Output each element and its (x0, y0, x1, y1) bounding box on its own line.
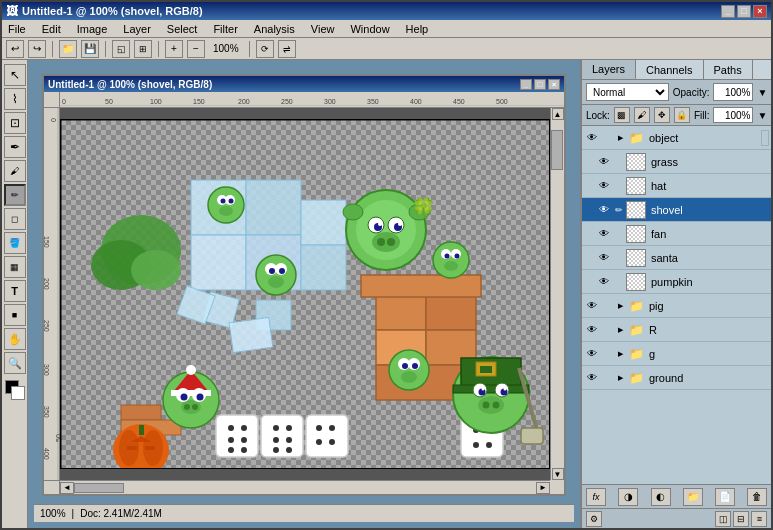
fill-arrow[interactable]: ▼ (757, 110, 767, 121)
svg-point-110 (444, 261, 458, 271)
layer-adjustment-button[interactable]: ◐ (651, 488, 671, 506)
menu-view[interactable]: View (309, 23, 337, 35)
scroll-thumb-v[interactable] (551, 130, 563, 170)
eraser-tool[interactable]: ◻ (4, 208, 26, 230)
close-button[interactable]: × (753, 5, 767, 18)
eyedropper-tool[interactable]: ✒ (4, 136, 26, 158)
layer-item-pumpkin[interactable]: 👁 pumpkin (582, 270, 771, 294)
layer-item-santa[interactable]: 👁 santa (582, 246, 771, 270)
layer-item-shovel[interactable]: 👁 ✏ shovel (582, 198, 771, 222)
maximize-button[interactable]: □ (737, 5, 751, 18)
layer-item-fan[interactable]: 👁 fan (582, 222, 771, 246)
canvas-viewport[interactable]: 🍀 (60, 108, 550, 480)
crop-tool[interactable]: ⊡ (4, 112, 26, 134)
svg-rect-35 (376, 295, 426, 330)
lock-all-button[interactable]: 🔒 (674, 107, 690, 123)
layer-expand-g[interactable]: ▶ (614, 346, 626, 362)
save-button[interactable]: 💾 (81, 40, 99, 58)
lock-pixels-button[interactable]: 🖌 (634, 107, 650, 123)
hand-tool[interactable]: ✋ (4, 328, 26, 350)
scroll-right-button[interactable]: ► (536, 482, 550, 494)
layer-visibility-object[interactable]: 👁 (584, 130, 600, 146)
zoom-tool[interactable]: 🔍 (4, 352, 26, 374)
redo-button[interactable]: ↪ (28, 40, 46, 58)
layer-visibility-pumpkin[interactable]: 👁 (596, 274, 612, 290)
layer-delete-button[interactable]: 🗑 (747, 488, 767, 506)
layer-item-ground[interactable]: 👁 ▶ 📁 ground (582, 366, 771, 390)
lock-label: Lock: (586, 110, 610, 121)
shape-tool[interactable]: ■ (4, 304, 26, 326)
layer-visibility-hat[interactable]: 👁 (596, 178, 612, 194)
tab-paths[interactable]: Paths (704, 60, 753, 79)
layer-expand-ground[interactable]: ▶ (614, 370, 626, 386)
gradient-tool[interactable]: ▦ (4, 256, 26, 278)
menu-layer[interactable]: Layer (121, 23, 153, 35)
layer-visibility-grass[interactable]: 👁 (596, 154, 612, 170)
menu-select[interactable]: Select (165, 23, 200, 35)
zoom-out-button[interactable]: − (187, 40, 205, 58)
layer-expand-object[interactable]: ▶ (614, 130, 626, 146)
layer-group-button[interactable]: 📁 (683, 488, 703, 506)
vertical-scrollbar[interactable]: ▲ ▼ (550, 108, 564, 480)
menu-help[interactable]: Help (404, 23, 431, 35)
flip-button[interactable]: ⇌ (278, 40, 296, 58)
menu-file[interactable]: File (6, 23, 28, 35)
arrange-button[interactable]: ⊞ (134, 40, 152, 58)
menu-window[interactable]: Window (348, 23, 391, 35)
rotate-button[interactable]: ⟳ (256, 40, 274, 58)
menu-image[interactable]: Image (75, 23, 110, 35)
zoom-in-button[interactable]: + (165, 40, 183, 58)
menu-edit[interactable]: Edit (40, 23, 63, 35)
scroll-down-button[interactable]: ▼ (552, 468, 564, 480)
open-button[interactable]: 📁 (59, 40, 77, 58)
fill-input[interactable] (713, 107, 753, 123)
layer-item-grass[interactable]: 👁 grass (582, 150, 771, 174)
undo-button[interactable]: ↩ (6, 40, 24, 58)
layer-item-pig[interactable]: 👁 ▶ 📁 pig (582, 294, 771, 318)
layer-item-g[interactable]: 👁 ▶ 📁 g (582, 342, 771, 366)
tab-layers[interactable]: Layers (582, 60, 636, 79)
scroll-up-button[interactable]: ▲ (552, 108, 564, 120)
pencil-tool[interactable]: ✏ (4, 184, 26, 206)
layer-visibility-pig[interactable]: 👁 (584, 298, 600, 314)
minimize-button[interactable]: _ (721, 5, 735, 18)
layer-fx-button[interactable]: fx (586, 488, 606, 506)
horizontal-scrollbar[interactable]: ◄ ► (60, 480, 550, 494)
lock-position-button[interactable]: ✥ (654, 107, 670, 123)
menu-analysis[interactable]: Analysis (252, 23, 297, 35)
paint-bucket-tool[interactable]: 🪣 (4, 232, 26, 254)
layer-expand-R[interactable]: ▶ (614, 322, 626, 338)
canvas-close[interactable]: × (548, 79, 560, 90)
scroll-thumb-h[interactable] (74, 483, 124, 493)
layer-visibility-R[interactable]: 👁 (584, 322, 600, 338)
menu-filter[interactable]: Filter (211, 23, 239, 35)
scroll-left-button[interactable]: ◄ (60, 482, 74, 494)
layer-visibility-shovel[interactable]: 👁 (596, 202, 612, 218)
layer-new-button[interactable]: 📄 (715, 488, 735, 506)
content-aware-button[interactable]: ◱ (112, 40, 130, 58)
layer-visibility-santa[interactable]: 👁 (596, 250, 612, 266)
opacity-arrow[interactable]: ▼ (757, 87, 767, 98)
canvas-maximize[interactable]: □ (534, 79, 546, 90)
panel-view-btn-2[interactable]: ⊟ (733, 511, 749, 527)
brush-tool[interactable]: 🖌 (4, 160, 26, 182)
tab-channels[interactable]: Channels (636, 60, 703, 79)
panel-view-btn-3[interactable]: ≡ (751, 511, 767, 527)
layer-visibility-ground[interactable]: 👁 (584, 370, 600, 386)
layer-item-R[interactable]: 👁 ▶ 📁 R (582, 318, 771, 342)
blend-mode-select[interactable]: Normal (586, 83, 669, 101)
lock-transparent-button[interactable]: ▩ (614, 107, 630, 123)
layer-expand-pig[interactable]: ▶ (614, 298, 626, 314)
opacity-input[interactable] (713, 83, 753, 101)
layer-item-object[interactable]: 👁 ▶ 📁 object (582, 126, 771, 150)
lasso-tool[interactable]: ⌇ (4, 88, 26, 110)
panel-view-btn-1[interactable]: ◫ (715, 511, 731, 527)
layer-mask-button[interactable]: ◑ (618, 488, 638, 506)
selection-tool[interactable]: ↖ (4, 64, 26, 86)
text-tool[interactable]: T (4, 280, 26, 302)
layer-visibility-fan[interactable]: 👁 (596, 226, 612, 242)
layer-item-hat[interactable]: 👁 hat (582, 174, 771, 198)
panel-settings-button[interactable]: ⚙ (586, 511, 602, 527)
layer-visibility-g[interactable]: 👁 (584, 346, 600, 362)
canvas-minimize[interactable]: _ (520, 79, 532, 90)
